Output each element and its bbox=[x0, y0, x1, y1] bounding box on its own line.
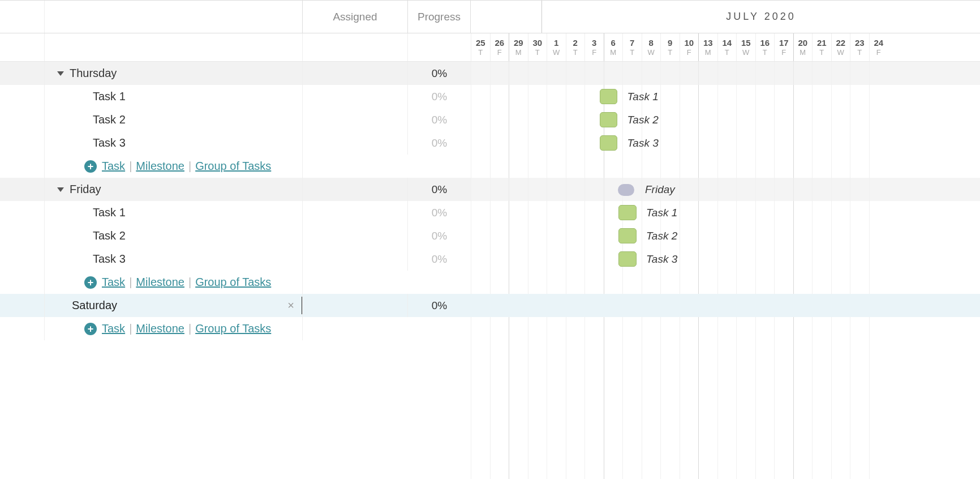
add-task-link[interactable]: Task bbox=[102, 160, 125, 173]
gantt-bar-label: Task 3 bbox=[646, 251, 677, 267]
chevron-down-icon[interactable] bbox=[57, 71, 64, 76]
date-cell: 6M bbox=[604, 33, 623, 61]
add-group-link[interactable]: Group of Tasks bbox=[195, 322, 271, 335]
task-name[interactable]: Task 3 bbox=[45, 247, 303, 271]
task-row[interactable]: Task 3 0% bbox=[0, 247, 471, 271]
task-name[interactable]: Task 2 bbox=[45, 108, 303, 131]
date-cell: 13M bbox=[698, 33, 717, 61]
date-cell: 24F bbox=[869, 33, 888, 61]
close-icon[interactable]: × bbox=[284, 299, 298, 313]
milestone-label: Friday bbox=[645, 182, 675, 197]
group-name: Thursday bbox=[70, 67, 117, 80]
date-cell: 10F bbox=[680, 33, 699, 61]
add-milestone-link[interactable]: Milestone bbox=[136, 276, 184, 289]
add-task-link[interactable]: Task bbox=[102, 276, 125, 289]
gantt-bar-label: Task 2 bbox=[646, 228, 677, 243]
group-progress: 0% bbox=[408, 294, 471, 317]
column-header-assigned[interactable]: Assigned bbox=[303, 1, 408, 33]
add-group-link[interactable]: Group of Tasks bbox=[195, 276, 271, 289]
plus-icon[interactable] bbox=[84, 276, 97, 289]
header-left-spacer bbox=[0, 1, 303, 33]
group-row[interactable]: Thursday 0% bbox=[0, 62, 471, 85]
date-cell: 17F bbox=[774, 33, 793, 61]
column-header-progress[interactable]: Progress bbox=[408, 1, 471, 33]
task-progress: 0% bbox=[408, 201, 471, 224]
milestone-marker[interactable] bbox=[618, 184, 634, 196]
date-cell: 8W bbox=[642, 33, 661, 61]
task-name[interactable]: Task 1 bbox=[45, 85, 303, 108]
gantt-bar[interactable] bbox=[600, 135, 618, 151]
gantt-header: JULY 2020 bbox=[471, 1, 980, 33]
gantt-bar[interactable] bbox=[618, 228, 637, 243]
task-row[interactable]: Task 2 0% bbox=[0, 108, 471, 131]
date-cell: 1W bbox=[547, 33, 566, 61]
task-row[interactable]: Task 1 0% bbox=[0, 201, 471, 224]
date-cell: 30T bbox=[528, 33, 547, 61]
date-cell: 22W bbox=[831, 33, 850, 61]
group-progress: 0% bbox=[408, 62, 471, 85]
group-name: Friday bbox=[70, 183, 101, 196]
task-name[interactable]: Task 1 bbox=[45, 201, 303, 224]
group-name-input[interactable] bbox=[72, 297, 302, 314]
gantt-bar[interactable] bbox=[618, 251, 637, 267]
plus-icon[interactable] bbox=[84, 160, 97, 173]
date-cell: 7T bbox=[622, 33, 642, 61]
gantt-bar[interactable] bbox=[600, 112, 618, 127]
task-progress: 0% bbox=[408, 247, 471, 271]
add-milestone-link[interactable]: Milestone bbox=[136, 322, 184, 335]
gantt-bar[interactable] bbox=[600, 89, 618, 104]
task-name[interactable]: Task 2 bbox=[45, 224, 303, 247]
group-row[interactable]: Friday 0% bbox=[0, 178, 471, 201]
task-progress: 0% bbox=[408, 85, 471, 108]
add-row: Task | Milestone | Group of Tasks bbox=[0, 271, 471, 294]
date-cell: 29M bbox=[509, 33, 528, 61]
date-cell: 25T bbox=[471, 33, 490, 61]
task-name[interactable]: Task 3 bbox=[45, 131, 303, 155]
date-cell: 26F bbox=[490, 33, 509, 61]
task-progress: 0% bbox=[408, 131, 471, 155]
date-cell: 14T bbox=[717, 33, 737, 61]
header-row: Assigned Progress JULY 2020 bbox=[0, 0, 980, 33]
task-progress: 0% bbox=[408, 224, 471, 247]
add-row: Task | Milestone | Group of Tasks bbox=[0, 155, 471, 178]
date-cell: 21T bbox=[812, 33, 831, 61]
date-cell: 16T bbox=[755, 33, 775, 61]
gantt-bar-label: Task 1 bbox=[646, 205, 677, 220]
chevron-down-icon[interactable] bbox=[57, 187, 64, 192]
date-cell: 9T bbox=[660, 33, 680, 61]
task-row[interactable]: Task 3 0% bbox=[0, 131, 471, 155]
plus-icon[interactable] bbox=[84, 323, 97, 335]
gantt-bar[interactable] bbox=[618, 205, 637, 220]
add-group-link[interactable]: Group of Tasks bbox=[195, 160, 271, 173]
task-progress: 0% bbox=[408, 108, 471, 131]
editing-group-row[interactable]: × 0% bbox=[0, 294, 471, 317]
task-row[interactable]: Task 1 0% bbox=[0, 85, 471, 108]
month-label: JULY 2020 bbox=[541, 1, 980, 33]
add-milestone-link[interactable]: Milestone bbox=[136, 160, 184, 173]
task-row[interactable]: Task 2 0% bbox=[0, 224, 471, 247]
date-cell: 15W bbox=[736, 33, 755, 61]
date-cell: 3F bbox=[584, 33, 604, 61]
add-row: Task | Milestone | Group of Tasks bbox=[0, 317, 471, 340]
gantt-bar-label: Task 3 bbox=[627, 135, 659, 151]
date-cell: 23T bbox=[850, 33, 869, 61]
gantt-bar-label: Task 2 bbox=[627, 112, 659, 127]
date-cell: 20M bbox=[793, 33, 813, 61]
add-task-link[interactable]: Task bbox=[102, 322, 125, 335]
gantt-bar-label: Task 1 bbox=[627, 89, 659, 104]
group-progress: 0% bbox=[408, 178, 471, 201]
date-cell: 2T bbox=[566, 33, 585, 61]
date-header-row: 25T26F29M30T1W2T3F6M7T8W9T10F13M14T15W16… bbox=[0, 33, 980, 62]
